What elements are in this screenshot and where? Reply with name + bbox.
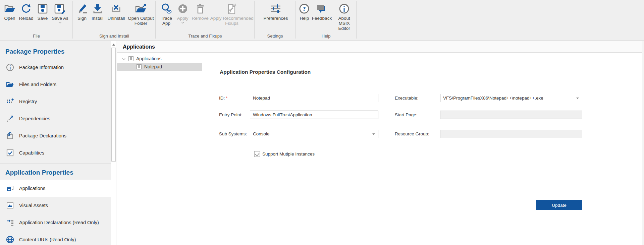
ribbon-group-sign-install: Sign Install Uninstall Open Output Folde… bbox=[73, 0, 156, 40]
sidebar-item-application-declarations[interactable]: Application Declarations (Read Only) bbox=[0, 214, 111, 231]
sidebar-item-applications[interactable]: Applications bbox=[0, 180, 111, 197]
gift-box-icon bbox=[6, 132, 14, 140]
save-button[interactable]: Save bbox=[35, 2, 50, 21]
ribbon-group-file: Open Reload Save Save As bbox=[0, 0, 73, 40]
uninstall-button[interactable]: Uninstall bbox=[106, 2, 127, 21]
sidebar-item-package-declarations[interactable]: Package Declarations bbox=[0, 127, 111, 144]
package-properties-header: Package Properties bbox=[0, 41, 111, 59]
remove-button-label: Remove bbox=[192, 16, 208, 21]
apply-dropdown-chevron-icon[interactable] bbox=[181, 21, 184, 24]
main-panel: Applications Applications Notepad bbox=[117, 41, 644, 245]
output-folder-icon bbox=[135, 3, 147, 15]
support-multiple-instances-checkbox bbox=[254, 151, 260, 157]
application-properties-form: Application Properties Configuration ID:… bbox=[206, 53, 644, 245]
scroll-up-arrow-icon[interactable] bbox=[111, 42, 116, 47]
sidebar-item-package-information[interactable]: Package Information bbox=[0, 59, 111, 76]
install-button-label: Install bbox=[92, 16, 103, 21]
install-arrow-icon bbox=[92, 3, 103, 15]
sidebar-scrollbar[interactable] bbox=[111, 41, 116, 245]
open-folder-icon bbox=[4, 3, 15, 15]
sidebar-item-label: Files and Folders bbox=[19, 82, 56, 87]
update-button[interactable]: Update bbox=[536, 200, 582, 210]
executable-combobox[interactable]: VFS\ProgramFilesX86\Notepad++\notepad++.… bbox=[440, 94, 582, 102]
help-button-label: Help bbox=[300, 16, 309, 21]
start-page-input-disabled bbox=[440, 111, 582, 119]
msix-editor-window: Open Reload Save Save As bbox=[0, 0, 644, 245]
id-input[interactable]: Notepad bbox=[250, 94, 378, 102]
tree-node-label: Notepad bbox=[144, 64, 162, 69]
sidebar-item-dependencies[interactable]: Dependencies bbox=[0, 110, 111, 127]
main-scrollbar[interactable] bbox=[642, 41, 644, 245]
support-multiple-instances-row: Support Mutiple Instances bbox=[254, 151, 315, 157]
sidebar-item-capabilities[interactable]: Capabilities bbox=[0, 144, 111, 161]
sidebar-item-visual-assets[interactable]: Visual Assets bbox=[0, 197, 111, 214]
open-output-folder-button[interactable]: Open Output Folder bbox=[127, 2, 155, 26]
uninstall-x-icon bbox=[111, 3, 121, 15]
chevron-down-icon[interactable] bbox=[122, 57, 125, 60]
tree-node-label: Applications bbox=[136, 56, 162, 61]
registry-blocks-icon bbox=[6, 98, 14, 106]
save-icon bbox=[37, 3, 48, 15]
sign-button[interactable]: Sign bbox=[75, 2, 89, 21]
required-asterisk: * bbox=[226, 96, 227, 101]
svg-text:?: ? bbox=[303, 6, 306, 12]
ribbon-toolbar: Open Reload Save Save As bbox=[0, 0, 644, 41]
install-button[interactable]: Install bbox=[89, 2, 106, 21]
preferences-button-label: Preferences bbox=[264, 16, 288, 21]
open-output-folder-button-label: Open Output Folder bbox=[127, 16, 155, 26]
executable-field-label: Executable: bbox=[395, 96, 419, 101]
tree-node-applications[interactable]: Applications bbox=[117, 55, 206, 63]
info-circle-icon bbox=[6, 63, 14, 71]
sidebar-item-files-and-folders[interactable]: Files and Folders bbox=[0, 76, 111, 93]
ribbon-group-help: ? Help Feedback About MSIX Editor Help bbox=[296, 0, 357, 40]
ribbon-group-settings: Preferences Settings bbox=[255, 0, 296, 40]
application-properties-header: Application Properties bbox=[0, 164, 111, 180]
checkbox-icon bbox=[6, 149, 14, 157]
sidebar-item-label: Applications bbox=[19, 186, 45, 191]
save-as-button[interactable]: Save As bbox=[50, 2, 70, 24]
sidebar-item-label: Dependencies bbox=[19, 116, 50, 121]
tree-node-notepad[interactable]: Notepad bbox=[117, 63, 202, 71]
support-multiple-instances-label: Support Mutiple Instances bbox=[262, 151, 315, 157]
open-button[interactable]: Open bbox=[2, 2, 17, 21]
sidebar-item-label: Application Declarations (Read Only) bbox=[19, 220, 99, 225]
folder-icon bbox=[6, 80, 14, 88]
apply-button-label: Apply bbox=[177, 16, 189, 21]
preferences-button[interactable]: Preferences bbox=[261, 2, 291, 21]
app-windows-icon bbox=[6, 184, 14, 192]
save-as-dropdown-chevron-icon[interactable] bbox=[59, 21, 61, 24]
help-circle-icon: ? bbox=[299, 3, 310, 15]
panel-header: Applications bbox=[117, 41, 644, 53]
id-field-label: ID:* bbox=[219, 96, 228, 101]
document-icon bbox=[128, 56, 133, 61]
sub-systems-combobox[interactable]: Console bbox=[250, 130, 378, 138]
navigation-sidebar: Package Properties Package Information F… bbox=[0, 41, 111, 245]
sidebar-item-label: Content URIs (Read Only) bbox=[19, 237, 76, 242]
entry-point-input[interactable]: Windows.FullTrustApplication bbox=[250, 111, 378, 119]
combo-dropdown-arrow-icon[interactable] bbox=[372, 133, 375, 135]
apply-button[interactable]: Apply bbox=[175, 2, 191, 24]
sub-systems-field-label: Sub Systems: bbox=[219, 131, 247, 136]
about-msix-editor-button-label: About MSIX Editor bbox=[332, 16, 356, 31]
globe-icon bbox=[6, 236, 14, 244]
sign-pencil-icon bbox=[77, 3, 88, 15]
ribbon-group-file-label: File bbox=[0, 34, 73, 39]
combo-dropdown-arrow-icon[interactable] bbox=[576, 98, 579, 99]
apply-recommended-fixups-button-label: Apply Recommended Fixups bbox=[210, 16, 254, 26]
feedback-bubble-icon bbox=[316, 3, 327, 15]
sidebar-item-content-uris[interactable]: Content URIs (Read Only) bbox=[0, 231, 111, 245]
trace-app-button[interactable]: Trace App bbox=[158, 2, 175, 26]
sidebar-item-registry[interactable]: Registry bbox=[0, 93, 111, 110]
feedback-button-label: Feedback bbox=[312, 16, 332, 21]
about-msix-editor-button[interactable]: About MSIX Editor bbox=[332, 2, 356, 31]
declarations-list-icon bbox=[6, 219, 14, 227]
reload-button-label: Reload bbox=[19, 16, 34, 21]
reload-button[interactable]: Reload bbox=[17, 2, 35, 21]
apply-recommended-fixups-button[interactable]: Apply Recommended Fixups bbox=[210, 2, 254, 26]
remove-button[interactable]: Remove bbox=[191, 2, 210, 21]
sidebar-scrollbar-thumb[interactable] bbox=[111, 48, 116, 162]
sidebar-item-label: Package Declarations bbox=[19, 133, 66, 138]
help-button[interactable]: ? Help bbox=[298, 2, 311, 21]
document-icon bbox=[137, 64, 142, 69]
feedback-button[interactable]: Feedback bbox=[311, 2, 333, 21]
